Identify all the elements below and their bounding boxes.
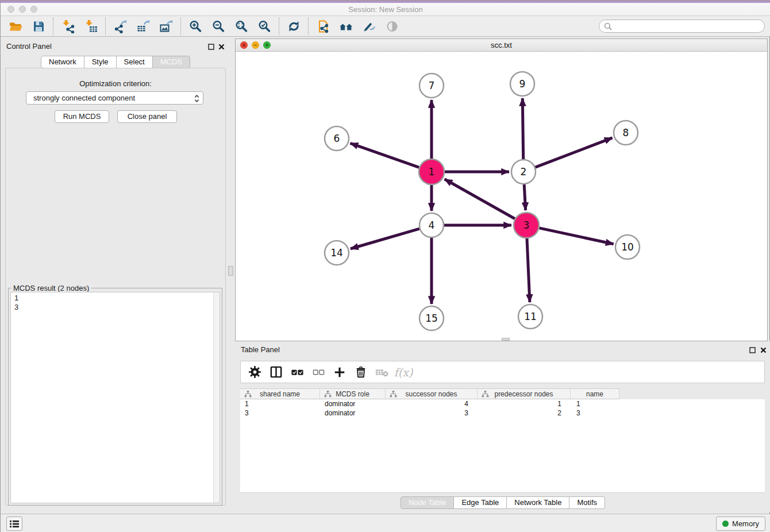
show-columns-icon[interactable] — [268, 364, 284, 380]
tab-network[interactable]: Network — [41, 56, 84, 68]
close-table-panel-icon[interactable] — [759, 346, 767, 354]
search-input[interactable] — [612, 22, 764, 30]
network-node-4[interactable]: 4 — [419, 213, 444, 237]
network-edge-3-1[interactable] — [445, 179, 515, 219]
search-icon — [604, 22, 612, 30]
network-node-3[interactable]: 3 — [514, 213, 539, 238]
delete-table-icon — [374, 364, 390, 380]
tab-style[interactable]: Style — [84, 56, 117, 68]
zoom-fit-icon[interactable] — [230, 18, 253, 35]
float-panel-icon[interactable] — [207, 43, 215, 51]
column-header-name[interactable]: name — [571, 389, 619, 399]
table-toolbar: f(x) — [240, 361, 765, 383]
float-table-panel-icon[interactable] — [748, 346, 756, 354]
network-edge-1-6[interactable] — [351, 143, 419, 167]
delete-row-icon[interactable] — [353, 364, 369, 380]
zoom-out-icon[interactable] — [207, 18, 230, 35]
table-cell[interactable]: 3 — [240, 408, 320, 418]
network-node-2[interactable]: 2 — [511, 160, 536, 184]
table-cell[interactable]: dominator — [320, 408, 386, 418]
first-neighbors-icon[interactable] — [334, 18, 357, 35]
refresh-icon[interactable] — [282, 18, 305, 35]
svg-text:15: 15 — [425, 313, 438, 324]
graphics-details-icon[interactable] — [357, 18, 380, 35]
table-row[interactable]: 3dominator323 — [240, 408, 765, 418]
tab-edge-table[interactable]: Edge Table — [453, 496, 507, 509]
run-mcds-button[interactable]: Run MCDS — [55, 110, 109, 123]
table-cell[interactable]: 2 — [478, 408, 571, 418]
network-window-titlebar[interactable]: scc.txt — [236, 39, 767, 52]
tab-network-table[interactable]: Network Table — [506, 496, 569, 509]
zoom-in-icon[interactable] — [184, 18, 207, 35]
export-image-icon[interactable] — [155, 18, 178, 35]
search-box[interactable] — [599, 20, 765, 33]
mcds-result-textarea[interactable]: 1 3 — [10, 292, 220, 503]
new-network-from-selection-icon[interactable] — [311, 18, 334, 35]
network-node-14[interactable]: 14 — [325, 241, 349, 265]
network-window-title: scc.txt — [236, 41, 767, 49]
svg-text:11: 11 — [524, 311, 537, 322]
status-bar: Memory — [1, 514, 770, 532]
network-node-15[interactable]: 15 — [419, 306, 444, 330]
column-header-MCDS-role[interactable]: MCDS role — [320, 389, 386, 399]
table-column-headers: shared nameMCDS rolesuccessor nodesprede… — [240, 388, 619, 399]
network-edge-3-11[interactable] — [527, 238, 530, 302]
network-node-11[interactable]: 11 — [518, 304, 542, 329]
network-node-8[interactable]: 8 — [614, 121, 638, 145]
table-cell[interactable]: 1 — [478, 399, 571, 408]
svg-text:14: 14 — [330, 247, 343, 259]
open-session-icon[interactable] — [4, 18, 27, 35]
control-panel-title: Control Panel — [6, 42, 52, 51]
hide-details-icon[interactable] — [380, 18, 403, 35]
svg-text:7: 7 — [429, 80, 435, 91]
table-cell[interactable]: 3 — [386, 408, 478, 418]
mcds-result-title: MCDS result (2 nodes) — [11, 284, 91, 292]
network-node-7[interactable]: 7 — [419, 74, 444, 98]
task-history-button[interactable] — [6, 516, 22, 531]
table-cell[interactable]: 1 — [571, 399, 619, 408]
gear-icon[interactable] — [247, 364, 263, 380]
import-network-icon[interactable] — [56, 18, 79, 35]
save-session-icon[interactable] — [27, 18, 50, 35]
column-header-successor-nodes[interactable]: successor nodes — [386, 389, 478, 399]
horizontal-splitter-handle[interactable] — [502, 338, 510, 341]
zoom-selected-icon[interactable] — [253, 18, 276, 35]
export-table-icon[interactable] — [132, 18, 155, 35]
column-header-predecessor-nodes[interactable]: predecessor nodes — [478, 389, 571, 399]
network-node-10[interactable]: 10 — [615, 235, 640, 259]
export-network-icon[interactable] — [109, 18, 132, 35]
network-node-1[interactable]: 1 — [419, 159, 444, 184]
network-edge-2-3[interactable] — [524, 184, 525, 210]
table-cell[interactable]: 1 — [240, 399, 320, 408]
column-header-shared-name[interactable]: shared name — [240, 389, 320, 399]
network-edge-2-9[interactable] — [522, 98, 523, 159]
add-row-icon[interactable] — [332, 364, 348, 380]
network-edge-4-14[interactable] — [351, 229, 419, 249]
control-panel-tabs: NetworkStyleSelectMCDS — [41, 56, 190, 68]
dropdown-stepper-icon — [194, 94, 199, 103]
tab-mcds[interactable]: MCDS — [152, 56, 190, 68]
tab-node-table[interactable]: Node Table — [401, 496, 455, 509]
optimization-dropdown[interactable]: strongly connected component — [26, 91, 203, 105]
vertical-splitter-handle[interactable] — [228, 266, 233, 276]
result-scrollbar[interactable] — [213, 292, 220, 503]
table-row[interactable]: 1dominator411 — [240, 399, 765, 408]
network-edge-3-10[interactable] — [540, 228, 614, 244]
tab-select[interactable]: Select — [116, 56, 153, 68]
network-node-9[interactable]: 9 — [510, 72, 534, 96]
table-cell[interactable]: 3 — [571, 408, 619, 418]
memory-button[interactable]: Memory — [716, 516, 765, 531]
close-panel-icon[interactable] — [217, 43, 225, 51]
network-canvas[interactable]: 7968124314101511 — [236, 52, 767, 341]
toolbar-separator — [308, 18, 309, 35]
import-table-icon[interactable] — [79, 18, 102, 35]
network-edge-2-8[interactable] — [536, 138, 613, 167]
network-node-6[interactable]: 6 — [325, 126, 349, 151]
tab-motifs[interactable]: Motifs — [569, 496, 605, 509]
deselect-all-icon[interactable] — [310, 364, 326, 380]
application-window: Session: New Session Control Panel Netwo… — [0, 0, 770, 532]
table-cell[interactable]: 4 — [386, 399, 478, 408]
select-all-icon[interactable] — [289, 364, 305, 380]
table-cell[interactable]: dominator — [320, 399, 386, 408]
close-panel-button[interactable]: Close panel — [117, 110, 177, 123]
